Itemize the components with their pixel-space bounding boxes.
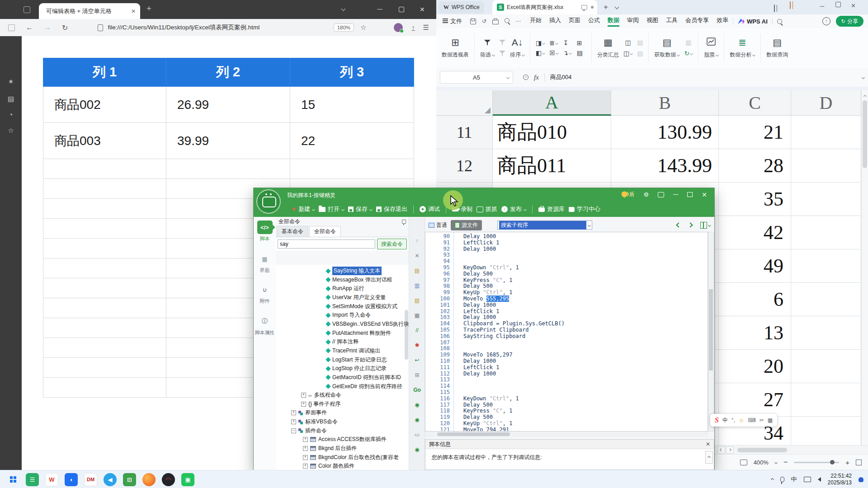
code-line-115[interactable]: 115 [425,389,708,395]
macro-window-mode-icon[interactable] [658,192,664,197]
scroll-left-button[interactable] [717,446,725,454]
formula-expand-icon[interactable] [862,75,865,79]
tree-item[interactable]: Import 导入命令 [326,311,371,319]
cell-D[interactable] [791,383,861,417]
download-icon[interactable]: ↑ [412,25,415,31]
cell-A12[interactable]: 商品011 [493,149,611,183]
undo-icon[interactable]: ↩ [409,357,425,363]
toolbar-保存[interactable]: 保存 [348,205,372,213]
cell-D[interactable] [791,216,861,249]
table-cell[interactable] [43,378,166,398]
more-tools-icon[interactable]: ⋯ [515,18,521,24]
tree-item[interactable]: −插件命令 [291,427,327,435]
breakpoint-icon[interactable]: ✱ [409,342,425,348]
code-line-107[interactable]: 107 [425,339,708,346]
taskbar-app-chat[interactable]: ◖ [65,473,78,486]
info-close-icon[interactable]: ✕ [706,441,710,447]
search-command-button[interactable]: 搜索命令 [377,239,407,249]
layout-grid-button[interactable] [700,222,711,229]
compare-data-icon[interactable]: ≣ [549,40,558,46]
scrollbar-thumb[interactable] [709,289,713,371]
cell-C[interactable]: 6 [719,283,791,316]
ime-scissors-icon[interactable]: ✂ [760,417,764,423]
panel-tab-全部命令[interactable]: 全部命令 [309,226,341,237]
cell-D[interactable] [791,183,861,216]
macro-settings-gear-icon[interactable]: ⚙ [644,191,649,198]
zoom-chevron-icon[interactable] [774,460,778,464]
taskbar-clock[interactable]: 22:51:42 2025/8/13 [828,473,852,486]
history-icon[interactable]: ◔ [0,111,22,118]
cell-C[interactable]: 35 [719,183,791,216]
zoom-level[interactable]: 400% [754,459,769,466]
upload-cloud-icon[interactable]: ↑ [822,17,830,25]
collapse-box-icon[interactable]: − [291,428,296,433]
tree-item[interactable]: UserVar 用户定义变量 [326,293,386,302]
toolbar-学习中心[interactable]: 学习中心 [569,205,600,213]
tree-item[interactable]: PutAttachment 释放附件 [326,329,391,338]
files-icon[interactable]: ▤ [0,95,22,103]
code-line-110[interactable]: 110Delay 1000 [425,358,708,364]
cell-A11[interactable]: 商品010 [493,116,611,149]
favorites-icon[interactable]: ☆ [0,127,22,135]
sidebar-toggle-icon[interactable] [8,24,15,31]
search-icon[interactable] [777,19,782,24]
cell-C11[interactable]: 21 [719,116,791,149]
tray-expand-icon[interactable] [771,478,774,481]
table-cell[interactable] [290,159,414,179]
cell-C12[interactable]: 28 [719,149,791,183]
pin-top-icon[interactable]: ↑ [409,238,425,244]
find-icon[interactable]: ◉ [409,402,425,408]
wps-ai-button[interactable]: WPS AI [738,18,768,25]
code-line-112[interactable]: 112Delay 1000 [425,371,708,377]
expand-box-icon[interactable]: + [301,402,306,407]
zoom-out-icon[interactable]: − [523,75,528,80]
new-tab-button[interactable]: + [146,4,151,14]
taskbar-app-start[interactable] [6,473,19,486]
menu-tab-工具[interactable]: 工具 [666,16,678,27]
macro-minimize-button[interactable] [673,194,678,195]
wps-close-button[interactable]: ✕ [851,2,856,9]
linked-sheet-icon[interactable]: ▥ [685,39,691,46]
cell-C[interactable]: 27 [719,383,791,417]
code-line-103[interactable]: 103Delay 1000 [425,314,708,320]
tree-item[interactable]: +Access ACCESS数据库插件 [303,435,387,444]
tree-item[interactable]: +Color 颜色插件 [303,462,354,470]
menu-tab-数据[interactable]: 数据 [608,16,619,27]
monitor-icon[interactable] [581,5,587,9]
page-layout-icon[interactable] [740,460,747,465]
code-area[interactable]: 90Delay 100091LeftClick 192Delay 1000939… [425,232,708,432]
taskbar-app-wps[interactable]: W [45,473,58,486]
cell-D[interactable] [791,350,861,383]
code-line-94[interactable]: 94 [425,258,708,264]
zoom-plus-button[interactable]: + [845,459,849,466]
forward-icon[interactable]: → [44,23,51,32]
expand-box-icon[interactable]: + [291,419,296,424]
macro-close-button[interactable]: ✕ [702,192,707,198]
taskbar-app-darkbrowser[interactable]: ◠ [162,473,175,486]
table-cell[interactable] [43,239,166,258]
code-line-119[interactable]: 119Delay 500 [425,414,708,420]
tab-list-chevron-icon[interactable] [341,7,346,11]
taskbar-app-firefox[interactable] [142,473,156,486]
cell-C[interactable]: 13 [719,316,791,350]
profile-avatar[interactable] [394,23,403,32]
code-line-106[interactable]: 106SayString Clipboard [425,333,708,339]
prev-subroutine-icon[interactable] [676,222,681,227]
tree-item[interactable]: // 脚本注释 [326,338,359,346]
normal-view-button[interactable]: 普通 [429,221,447,229]
next-subroutine-icon[interactable] [688,222,693,227]
zoom-badge[interactable]: 180% [334,23,354,32]
network-icon[interactable] [804,477,811,482]
expand-box-icon[interactable]: + [291,410,296,415]
macro-title-bar[interactable]: 我的脚本1-按键精灵 神盾 ⚙ ✕ [254,188,714,202]
table-cell[interactable] [43,298,166,318]
tree-item[interactable]: +界面事件 [291,408,327,417]
code-line-117[interactable]: 117Delay 500 [425,402,708,408]
menu-tab-公式[interactable]: 公式 [588,16,600,27]
sheet-yellow-icon[interactable]: ▤ [409,267,425,274]
scrollbar-thumb[interactable] [863,100,867,168]
taskbar-app-telegram[interactable]: ◀ [104,473,117,486]
gift-icon[interactable] [790,1,791,9]
cut-icon[interactable]: ✕ [409,253,425,259]
code-line-104[interactable]: 104Clipboard = Plugin.Sys.GetCLB() [425,320,708,327]
